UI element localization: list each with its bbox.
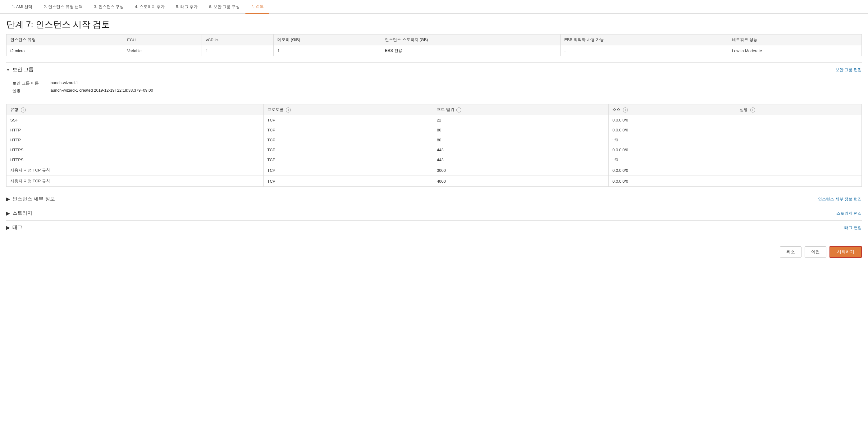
rule-col-header: 설명 i (736, 104, 862, 115)
instance-col-header: ECU (123, 34, 202, 46)
rule-cell: 사용자 지정 TCP 규칙 (6, 165, 264, 176)
rule-col-header: 프로토콜 i (264, 104, 433, 115)
info-icon[interactable]: i (623, 108, 628, 113)
table-row: HTTPTCP80::/0 (6, 135, 862, 145)
rule-cell: 0.0.0.0/0 (609, 125, 736, 135)
rule-col-header: 소스 i (609, 104, 736, 115)
security-rules-table: 유형 i프로토콜 i포트 범위 i소스 i설명 i SSHTCP220.0.0.… (6, 104, 862, 187)
sg-name-row: 보안 그룹 이름 launch-wizard-1 (12, 81, 856, 86)
rule-cell: HTTP (6, 125, 264, 135)
instance-cell: 1 (274, 46, 381, 56)
edit-link-instance-details[interactable]: 인스턴스 세부 정보 편집 (818, 196, 862, 202)
security-group-section: ▼ 보안 그룹 보안 그룹 편집 보안 그룹 이름 launch-wizard-… (6, 62, 862, 187)
rule-cell: 0.0.0.0/0 (609, 165, 736, 176)
section-label-tags: 태그 (12, 224, 22, 231)
collapse-arrow-storage[interactable]: ▶ (6, 210, 10, 216)
rule-cell (736, 115, 862, 125)
rule-cell: 사용자 지정 TCP 규칙 (6, 176, 264, 187)
instance-cell: - (560, 46, 728, 56)
instance-col-header: 인스턴스 스토리지 (GB) (381, 34, 561, 46)
rule-cell: HTTPS (6, 145, 264, 155)
rule-cell: 80 (433, 125, 609, 135)
collapse-arrow-tags[interactable]: ▶ (6, 225, 10, 231)
rule-cell: 3000 (433, 165, 609, 176)
nav-step5[interactable]: 5. 태그 추가 (170, 0, 203, 14)
page-title: 단계 7: 인스턴스 시작 검토 (0, 14, 868, 34)
wizard-nav: 1. AMI 선택2. 인스턴스 유형 선택3. 인스턴스 구성4. 스토리지 … (0, 0, 868, 14)
edit-link-storage[interactable]: 스토리지 편집 (836, 211, 862, 216)
table-row: 사용자 지정 TCP 규칙TCP30000.0.0.0/0 (6, 165, 862, 176)
table-row: HTTPSTCP443::/0 (6, 155, 862, 165)
instance-col-header: EBS 최적화 사용 가능 (560, 34, 728, 46)
rule-cell: 4000 (433, 176, 609, 187)
rule-cell: 443 (433, 155, 609, 165)
rule-cell: 0.0.0.0/0 (609, 176, 736, 187)
nav-step3[interactable]: 3. 인스턴스 구성 (88, 0, 129, 14)
sg-desc-row: 설명 launch-wizard-1 created 2019-12-19T22… (12, 88, 856, 93)
nav-step7[interactable]: 7. 검토 (245, 0, 269, 14)
instance-type-table: 인스턴스 유형ECUvCPUs메모리 (GiB)인스턴스 스토리지 (GB)EB… (6, 34, 862, 56)
rule-cell (736, 135, 862, 145)
instance-col-header: 인스턴스 유형 (6, 34, 123, 46)
rule-cell: ::/0 (609, 155, 736, 165)
info-icon[interactable]: i (456, 108, 461, 113)
sg-edit-link[interactable]: 보안 그룹 편집 (835, 67, 862, 73)
rule-cell (736, 176, 862, 187)
nav-step2[interactable]: 2. 인스턴스 유형 선택 (38, 0, 88, 14)
table-row: HTTPSTCP4430.0.0.0/0 (6, 145, 862, 155)
cancel-button[interactable]: 취소 (780, 246, 802, 258)
security-group-title: ▼ 보안 그룹 (6, 66, 34, 73)
table-row: HTTPTCP800.0.0.0/0 (6, 125, 862, 135)
rule-cell: 22 (433, 115, 609, 125)
launch-button[interactable]: 시작하기 (830, 246, 862, 258)
instance-col-header: vCPUs (202, 34, 274, 46)
rule-cell: HTTPS (6, 155, 264, 165)
nav-step4[interactable]: 4. 스토리지 추가 (129, 0, 170, 14)
rule-cell: TCP (264, 145, 433, 155)
rule-col-header: 유형 i (6, 104, 264, 115)
instance-cell: Low to Moderate (728, 46, 862, 56)
instance-cell: t2.micro (6, 46, 123, 56)
rule-cell: HTTP (6, 135, 264, 145)
rule-cell: SSH (6, 115, 264, 125)
rule-cell: TCP (264, 165, 433, 176)
table-row: 사용자 지정 TCP 규칙TCP40000.0.0.0/0 (6, 176, 862, 187)
bottom-bar: 취소 이전 시작하기 (0, 241, 868, 263)
rule-cell: 443 (433, 145, 609, 155)
info-icon[interactable]: i (21, 108, 26, 113)
rule-cell: TCP (264, 176, 433, 187)
instance-col-header: 메모리 (GiB) (274, 34, 381, 46)
info-icon[interactable]: i (750, 108, 755, 113)
instance-cell: EBS 전용 (381, 46, 561, 56)
section-title-instance-details: ▶ 인스턴스 세부 정보 (6, 196, 55, 202)
section-title-tags: ▶ 태그 (6, 224, 22, 231)
section-instance-details: ▶ 인스턴스 세부 정보 인스턴스 세부 정보 편집 (6, 192, 862, 206)
sg-collapse-arrow[interactable]: ▼ (6, 68, 10, 72)
instance-cell: Variable (123, 46, 202, 56)
section-label-instance-details: 인스턴스 세부 정보 (12, 196, 55, 202)
security-group-header: ▼ 보안 그룹 보안 그룹 편집 (6, 62, 862, 77)
section-title-storage: ▶ 스토리지 (6, 210, 32, 216)
rule-cell: 80 (433, 135, 609, 145)
nav-step1[interactable]: 1. AMI 선택 (6, 0, 38, 14)
edit-link-tags[interactable]: 태그 편집 (844, 225, 862, 231)
rule-cell: TCP (264, 115, 433, 125)
section-tags: ▶ 태그 태그 편집 (6, 220, 862, 235)
instance-col-header: 네트워크 성능 (728, 34, 862, 46)
rule-cell: 0.0.0.0/0 (609, 115, 736, 125)
section-label-storage: 스토리지 (12, 210, 32, 216)
rule-cell: TCP (264, 135, 433, 145)
rule-cell (736, 145, 862, 155)
sg-info: 보안 그룹 이름 launch-wizard-1 설명 launch-wizar… (6, 77, 862, 100)
rule-cell: 0.0.0.0/0 (609, 145, 736, 155)
nav-step6[interactable]: 6. 보안 그룹 구성 (203, 0, 245, 14)
collapse-arrow-instance-details[interactable]: ▶ (6, 196, 10, 202)
rule-cell: TCP (264, 155, 433, 165)
prev-button[interactable]: 이전 (805, 246, 826, 258)
rule-cell: TCP (264, 125, 433, 135)
rule-cell (736, 125, 862, 135)
section-storage: ▶ 스토리지 스토리지 편집 (6, 206, 862, 220)
rule-col-header: 포트 범위 i (433, 104, 609, 115)
rule-cell (736, 165, 862, 176)
info-icon[interactable]: i (286, 108, 291, 113)
